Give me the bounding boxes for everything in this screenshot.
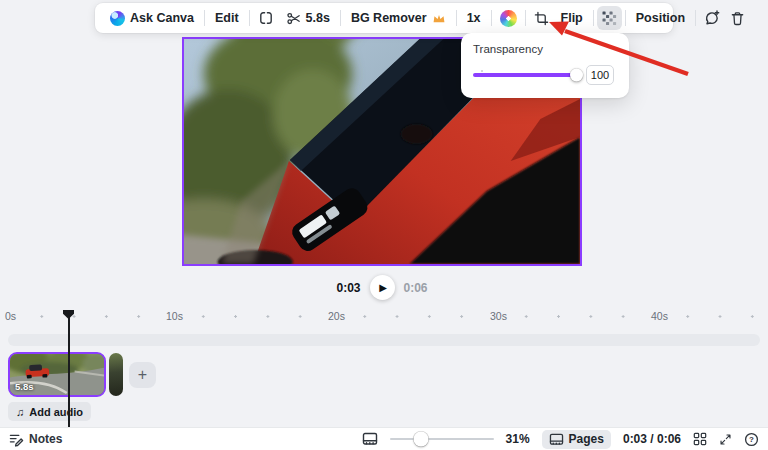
toolbar-divider: [249, 10, 250, 26]
ruler-label-10s: 10s: [163, 310, 186, 322]
plus-icon: +: [138, 367, 147, 383]
edit-button[interactable]: Edit: [208, 6, 246, 30]
zoom-slider-handle[interactable]: [413, 432, 428, 447]
help-icon: ?: [744, 432, 759, 447]
transparency-slider-handle[interactable]: [570, 69, 583, 82]
empty-track-strip: [8, 334, 760, 346]
editor-toolbar: Ask Canva Edit 5.8s BG Remover: [95, 3, 673, 33]
position-button[interactable]: Position: [629, 6, 692, 30]
music-note-icon: ♫: [16, 406, 24, 418]
svg-text:?: ?: [749, 435, 754, 444]
mirror-icon: [258, 10, 274, 26]
delete-button[interactable]: [725, 6, 750, 30]
canva-video-editor: Ask Canva Edit 5.8s BG Remover: [0, 0, 768, 450]
notes-button[interactable]: Notes: [9, 432, 62, 447]
trim-duration-button[interactable]: 5.8s: [279, 6, 337, 30]
clip-duration-label: 5.8s: [306, 11, 330, 25]
clip-duration-badge: 5.8s: [15, 381, 34, 392]
timeline-view-button[interactable]: [362, 432, 378, 446]
add-audio-button[interactable]: ♫ Add audio: [8, 402, 91, 421]
transparency-value-input[interactable]: 100: [586, 65, 614, 85]
expand-icon: [719, 433, 732, 446]
player-controls: 0:03 ▶ 0:06: [182, 275, 582, 300]
ruler-tick-dots: [8, 315, 756, 318]
toolbar-divider: [456, 10, 457, 26]
color-wheel-icon: [500, 10, 517, 27]
playhead-line: [68, 317, 70, 428]
crown-pro-icon: [432, 12, 446, 25]
transparency-popup: Transparency 100: [461, 33, 629, 98]
notes-icon: [9, 432, 24, 447]
transparency-title: Transparency: [473, 43, 617, 55]
ask-canva-label: Ask Canva: [130, 11, 194, 25]
toolbar-divider: [204, 10, 205, 26]
toolbar-divider: [491, 10, 492, 26]
ask-canva-button[interactable]: Ask Canva: [103, 6, 201, 30]
trash-icon: [730, 11, 745, 26]
playback-speed-button[interactable]: 1x: [460, 6, 488, 30]
toolbar-divider: [695, 10, 696, 26]
current-time-label: 0:03: [336, 281, 360, 295]
comment-plus-icon: [704, 10, 720, 26]
toolbar-divider: [625, 10, 626, 26]
crop-icon: [534, 11, 549, 26]
grid-view-icon: [693, 432, 707, 446]
help-button[interactable]: ?: [744, 432, 759, 447]
ruler-label-20s: 20s: [325, 310, 348, 322]
add-comment-button[interactable]: [699, 6, 725, 30]
total-time-label: 0:06: [404, 281, 428, 295]
flip-button[interactable]: Flip: [554, 6, 590, 30]
timeline-view-icon: [362, 432, 378, 446]
crop-button[interactable]: [529, 6, 554, 30]
ruler-label-30s: 30s: [487, 310, 510, 322]
bottom-status-bar: Notes 31% Pages 0:03 / 0:06: [0, 427, 768, 450]
transparency-button[interactable]: [597, 6, 622, 30]
fullscreen-button[interactable]: [719, 433, 732, 446]
ruler-label-0s: 0s: [2, 310, 19, 322]
transparency-checkerboard-icon: [602, 11, 617, 26]
color-button[interactable]: [495, 6, 522, 30]
notes-label: Notes: [29, 432, 62, 446]
play-button[interactable]: ▶: [370, 275, 395, 300]
add-audio-label: Add audio: [29, 406, 83, 418]
play-icon: ▶: [379, 282, 387, 293]
zoom-level-label: 31%: [506, 432, 530, 446]
clip-trim-remainder[interactable]: [109, 353, 123, 396]
ask-canva-icon: [110, 11, 125, 26]
timeline-video-clip[interactable]: 5.8s: [8, 352, 106, 397]
bg-remover-button[interactable]: BG Remover: [344, 6, 453, 30]
pages-icon: [549, 433, 564, 446]
scissors-icon: [286, 11, 301, 26]
toolbar-divider: [340, 10, 341, 26]
mirror-pages-button[interactable]: [253, 6, 279, 30]
duration-display: 0:03 / 0:06: [623, 432, 681, 446]
zoom-slider[interactable]: [390, 438, 494, 440]
toolbar-divider: [593, 10, 594, 26]
transparency-slider[interactable]: [473, 73, 577, 77]
add-clip-button[interactable]: +: [129, 362, 156, 388]
pages-label: Pages: [569, 432, 604, 446]
pages-button[interactable]: Pages: [542, 430, 611, 449]
toolbar-divider: [525, 10, 526, 26]
ruler-label-40s: 40s: [648, 310, 671, 322]
slider-origin-dot: [481, 70, 483, 72]
grid-view-button[interactable]: [693, 432, 707, 446]
